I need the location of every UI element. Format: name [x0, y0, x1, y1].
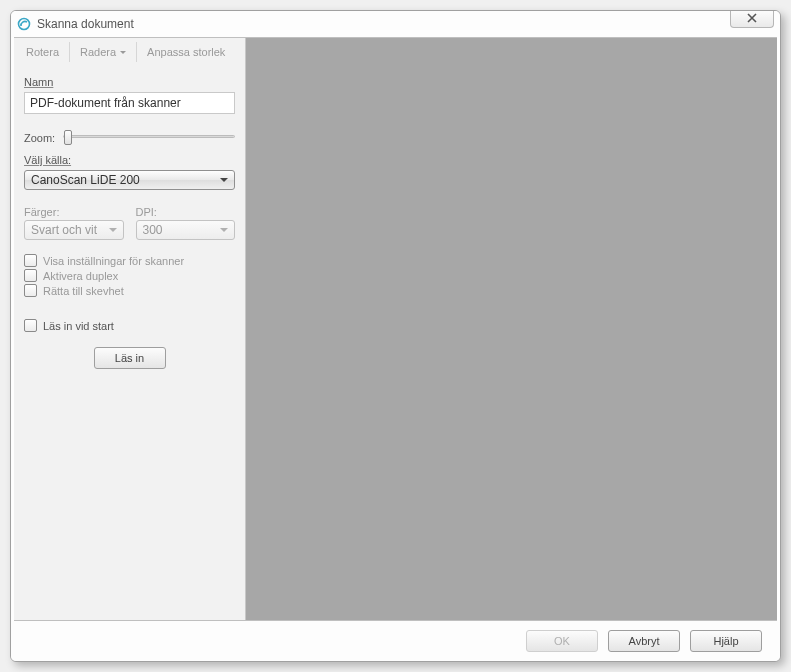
- help-button[interactable]: Hjälp: [690, 630, 762, 652]
- deskew-row: Rätta till skevhet: [24, 284, 235, 297]
- delete-button[interactable]: Radera: [70, 42, 137, 62]
- titlebar: Skanna dokument: [11, 11, 780, 37]
- dpi-label: DPI:: [136, 206, 236, 218]
- name-label: Namn: [24, 76, 235, 88]
- chevron-down-icon: [120, 51, 126, 54]
- svg-point-0: [19, 19, 30, 30]
- dpi-value: 300: [143, 223, 163, 237]
- scan-on-start-row: Läs in vid start: [24, 319, 235, 332]
- delete-label: Radera: [80, 46, 116, 58]
- enable-duplex-label: Aktivera duplex: [43, 270, 118, 282]
- dialog-body: Rotera Radera Anpassa storlek Namn Zoom:…: [14, 37, 777, 621]
- source-label: Välj källa:: [24, 154, 235, 166]
- show-scanner-settings-checkbox[interactable]: [24, 254, 37, 267]
- zoom-slider[interactable]: [63, 135, 235, 138]
- colors-label: Färger:: [24, 206, 124, 218]
- enable-duplex-row: Aktivera duplex: [24, 269, 235, 282]
- chevron-down-icon: [220, 228, 228, 232]
- rotate-button[interactable]: Rotera: [16, 42, 70, 62]
- show-scanner-settings-label: Visa inställningar för skanner: [43, 255, 184, 267]
- footer: OK Avbryt Hjälp: [11, 621, 780, 661]
- scan-on-start-label: Läs in vid start: [43, 320, 114, 332]
- zoom-row: Zoom:: [24, 128, 235, 144]
- scan-document-dialog: Skanna dokument Rotera Radera Anpassa st…: [10, 10, 781, 662]
- show-scanner-settings-row: Visa inställningar för skanner: [24, 254, 235, 267]
- close-button[interactable]: [730, 10, 774, 28]
- window-title: Skanna dokument: [37, 17, 134, 31]
- fit-label: Anpassa storlek: [147, 46, 225, 58]
- cancel-button[interactable]: Avbryt: [608, 630, 680, 652]
- source-value: CanoScan LiDE 200: [31, 173, 140, 187]
- help-label: Hjälp: [713, 635, 738, 647]
- cancel-label: Avbryt: [629, 635, 660, 647]
- ok-button: OK: [526, 630, 598, 652]
- name-input[interactable]: [24, 92, 235, 114]
- source-select[interactable]: CanoScan LiDE 200: [24, 170, 235, 190]
- chevron-down-icon: [220, 178, 228, 182]
- zoom-slider-thumb[interactable]: [64, 130, 72, 145]
- settings-panel: Rotera Radera Anpassa storlek Namn Zoom:…: [14, 38, 246, 620]
- enable-duplex-checkbox[interactable]: [24, 269, 37, 282]
- dpi-select: 300: [136, 220, 236, 240]
- deskew-checkbox[interactable]: [24, 284, 37, 297]
- colors-value: Svart och vit: [31, 223, 97, 237]
- colors-select: Svart och vit: [24, 220, 124, 240]
- scan-button-label: Läs in: [115, 352, 144, 364]
- app-icon: [17, 17, 31, 31]
- scan-on-start-checkbox[interactable]: [24, 319, 37, 332]
- zoom-label: Zoom:: [24, 132, 55, 144]
- ok-label: OK: [554, 635, 570, 647]
- deskew-label: Rätta till skevhet: [43, 285, 124, 297]
- fit-size-button[interactable]: Anpassa storlek: [137, 42, 235, 62]
- rotate-label: Rotera: [26, 46, 59, 58]
- scan-button[interactable]: Läs in: [94, 347, 166, 369]
- preview-area: [246, 38, 777, 620]
- close-icon: [746, 13, 758, 25]
- chevron-down-icon: [109, 228, 117, 232]
- toolbar: Rotera Radera Anpassa storlek: [16, 40, 243, 64]
